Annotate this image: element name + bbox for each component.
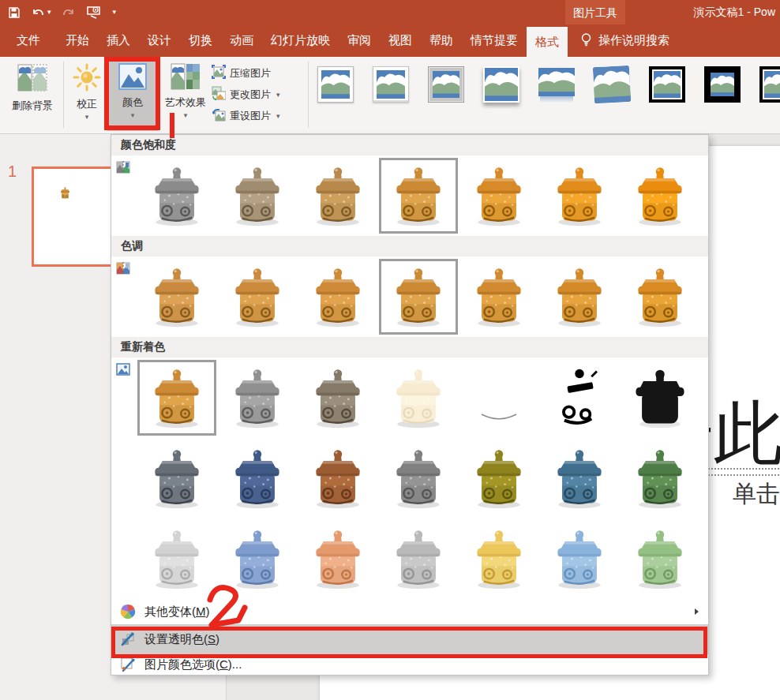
picture-style-metal-gray[interactable] [428, 66, 464, 103]
change-picture-button[interactable]: 更改图片 ▾ [212, 86, 280, 103]
menu-item-label: 图片颜色选项(C)... [144, 657, 242, 672]
menu-section-header: 色调 [111, 236, 708, 256]
color-variant-thumbnail[interactable] [540, 259, 619, 335]
tab-审阅[interactable]: 审阅 [339, 24, 380, 57]
picture-style-double-black[interactable] [649, 66, 685, 103]
color-variant-thumbnail[interactable] [218, 259, 297, 335]
color-variant-thumbnail[interactable] [621, 440, 699, 516]
artistic-effects-button[interactable]: 艺术效果 ▾ [159, 58, 212, 131]
picture-style-beveled-white[interactable] [373, 66, 409, 103]
color-variant-thumbnail[interactable] [459, 521, 538, 597]
color-variant-thumbnail[interactable] [218, 158, 297, 234]
color-variant-thumbnail[interactable] [621, 158, 699, 234]
tab-file[interactable]: 文件 [0, 24, 57, 57]
slide-number: 1 [8, 163, 17, 181]
spacer [116, 438, 137, 443]
reset-picture-icon [212, 107, 226, 124]
tab-帮助[interactable]: 帮助 [421, 24, 462, 57]
reset-picture-label: 重设图片 [230, 109, 271, 123]
quick-access-toolbar: ▾ ▾ [8, 2, 116, 22]
color-variant-thumbnail[interactable] [298, 158, 377, 234]
color-variant-thumbnail[interactable] [379, 259, 458, 335]
tab-幻灯片放映[interactable]: 幻灯片放映 [262, 24, 339, 57]
compress-pictures-button[interactable]: 压缩图片 [212, 65, 271, 81]
document-title: 演示文稿1 - Pow [694, 6, 775, 20]
remove-background-button[interactable]: 删除背景 [5, 58, 60, 131]
color-variant-thumbnail[interactable] [298, 440, 377, 516]
picture-style-black-cut[interactable] [759, 66, 780, 103]
color-variant-thumbnail[interactable] [218, 360, 297, 436]
thumbnail-picture [58, 186, 72, 200]
undo-button[interactable]: ▾ [32, 7, 51, 18]
lightbulb-icon [580, 32, 592, 49]
tab-插入[interactable]: 插入 [98, 24, 139, 57]
color-variant-thumbnail[interactable] [218, 440, 297, 516]
color-variant-thumbnail[interactable] [621, 259, 699, 335]
thumbnail-row [111, 438, 708, 518]
redo-icon-disabled [62, 7, 75, 18]
tab-视图[interactable]: 视图 [380, 24, 421, 57]
artistic-effects-label: 艺术效果 [165, 95, 206, 110]
tab-开始[interactable]: 开始 [57, 24, 98, 57]
customize-qat-caret-icon[interactable]: ▾ [113, 9, 117, 16]
compress-pictures-icon [212, 65, 226, 81]
annotation-box-set-transparent [111, 627, 707, 658]
picture-style-drop-shadow[interactable] [483, 66, 519, 103]
picture-style-soft-rotated[interactable] [593, 66, 631, 103]
picture-style-reflection[interactable] [538, 66, 575, 103]
tab-动画[interactable]: 动画 [221, 24, 262, 57]
save-icon[interactable] [8, 6, 21, 19]
color-variant-thumbnail[interactable] [459, 440, 538, 516]
corrections-label: 校正 [77, 97, 97, 111]
remove-background-icon [17, 63, 48, 95]
saturation-launcher-icon [116, 155, 137, 178]
corrections-button[interactable]: 校正 ▾ [68, 58, 106, 131]
color-dropdown-menu: 颜色饱和度色调重新着色其他变体(M)设置透明色(S)图片颜色选项(C)... [111, 134, 709, 676]
color-variant-thumbnail[interactable] [459, 158, 538, 234]
color-variant-thumbnail[interactable] [137, 440, 216, 516]
color-variant-thumbnail[interactable] [137, 158, 216, 234]
sun-icon [73, 63, 101, 94]
color-variant-thumbnail[interactable] [137, 259, 216, 335]
picture-style-simple-white[interactable] [317, 66, 354, 103]
tab-format-active[interactable]: 格式 [527, 27, 568, 57]
spacer [116, 518, 137, 523]
color-variant-thumbnail[interactable] [459, 360, 538, 436]
color-wheel-icon [119, 604, 137, 620]
color-variant-thumbnail[interactable] [540, 521, 619, 597]
picture-style-thick-black[interactable] [704, 66, 741, 103]
tab-情节提要[interactable]: 情节提要 [462, 24, 527, 57]
tab-设计[interactable]: 设计 [139, 24, 180, 57]
tab-切换[interactable]: 切换 [180, 24, 221, 57]
color-variant-thumbnail[interactable] [379, 440, 458, 516]
color-variant-thumbnail[interactable] [379, 158, 458, 234]
powerpoint-window: ▾ ▾ 图片工具 演示文稿1 - Pow 文件 开始插入设计切换动画幻灯片放映审… [0, 0, 780, 700]
change-picture-icon [212, 86, 226, 103]
slide-subtitle-placeholder[interactable]: 单击此处添加副标题 [733, 478, 780, 511]
thumbnail-row [111, 518, 708, 599]
ribbon-separator [308, 62, 309, 128]
color-variant-thumbnail[interactable] [298, 521, 377, 597]
ribbon-separator [63, 62, 64, 128]
color-variant-thumbnail[interactable] [540, 360, 619, 436]
color-variant-thumbnail[interactable] [298, 360, 377, 436]
color-variant-thumbnail[interactable] [621, 521, 699, 597]
change-picture-label: 更改图片 [230, 88, 271, 102]
color-variant-thumbnail[interactable] [298, 259, 377, 335]
undo-caret-icon[interactable]: ▾ [47, 9, 51, 16]
color-variant-thumbnail[interactable] [379, 521, 458, 597]
tell-me-label: 操作说明搜索 [598, 33, 669, 48]
color-variant-thumbnail[interactable] [621, 360, 699, 436]
start-slideshow-icon[interactable] [86, 6, 102, 19]
corrections-caret-icon: ▾ [85, 113, 89, 121]
reset-picture-button[interactable]: 重设图片 ▾ [212, 107, 280, 124]
color-variant-thumbnail[interactable] [137, 360, 216, 436]
color-variant-thumbnail[interactable] [379, 360, 458, 436]
color-variant-thumbnail[interactable] [540, 440, 619, 516]
color-variant-thumbnail[interactable] [459, 259, 538, 335]
thumbnail-row [111, 155, 708, 236]
color-variant-thumbnail[interactable] [540, 158, 619, 234]
menu-item-more-variations[interactable]: 其他变体(M) [111, 599, 708, 624]
remove-background-label: 删除背景 [12, 99, 53, 113]
tell-me-search[interactable]: 操作说明搜索 [580, 24, 669, 57]
